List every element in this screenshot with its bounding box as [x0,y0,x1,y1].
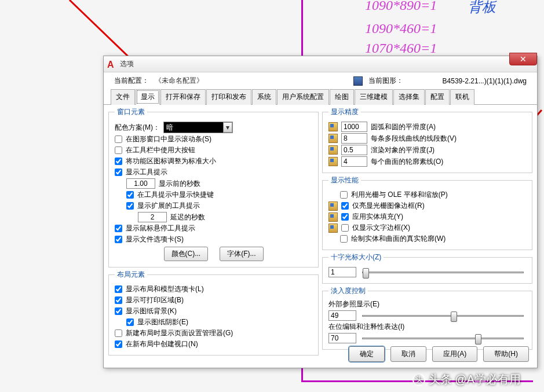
display-resolution-legend: 显示精度 [328,107,361,117]
display-resolution-group: 显示精度 圆弧和圆的平滑度(A) 每条多段线曲线的线段数(V) 渲染对象的平滑度… [322,107,532,173]
highlight-frame-check[interactable] [341,202,349,210]
chevron-down-icon: ▾ [223,122,232,133]
color-scheme-combo[interactable]: 暗 ▾ [163,122,233,133]
ext-tooltip-delay-input[interactable] [138,212,167,222]
inplace-fade-label: 在位编辑和注释性表达(I) [328,322,526,332]
window-elements-group: 窗口元素 配色方案(M)： 暗 ▾ 在图形窗口中显示滚动条(S) 在工具栏中使用… [108,107,319,268]
scrollbars-label: 在图形窗口中显示滚动条(S) [126,134,211,144]
tab-profiles[interactable]: 配置 [425,89,450,105]
profile-infobar: 当前配置： 《未命名配置》 当前图形： B4539-2.21...)(1)(1)… [104,72,537,89]
silhouettes-label: 绘制实体和曲面的真实轮廓(W) [351,234,446,244]
tab-file[interactable]: 文件 [111,89,135,105]
fonts-button[interactable]: 字体(F)... [220,247,263,261]
ext-tooltip-delay-label: 延迟的秒数 [170,213,205,222]
tab-selection[interactable]: 选择集 [393,89,425,105]
tooltip-delay-input[interactable] [126,178,155,189]
current-drawing-label: 当前图形： [368,76,403,86]
resize-ribbon-check[interactable] [115,157,122,165]
render-smoothness-label: 渲染对象的平滑度(J) [371,145,435,155]
hover-tooltips-check[interactable] [115,225,122,232]
tooltip-shortcuts-check[interactable] [126,191,134,199]
tab-user-prefs[interactable]: 用户系统配置 [277,89,329,105]
tab-strip: 文件 显示 打开和保存 打印和发布 系统 用户系统配置 绘图 三维建模 选择集 … [104,89,537,105]
titlebar[interactable]: A 选项 ✕ [104,56,537,72]
tab-open-save[interactable]: 打开和保存 [160,89,206,105]
apply-button[interactable]: 应用(A) [432,346,477,362]
paper-shadow-check[interactable] [126,318,134,326]
dwg-item-icon [328,224,338,233]
tab-online[interactable]: 联机 [450,89,474,105]
color-scheme-label: 配色方案(M)： [115,123,160,133]
layout-tabs-label: 显示布局和模型选项卡(L) [126,284,204,294]
paper-bg-label: 显示图纸背景(K) [126,306,177,316]
arc-smoothness-input[interactable] [341,122,367,132]
slider-thumb[interactable] [475,334,481,345]
dwg-item-icon [328,145,338,155]
tab-system[interactable]: 系统 [252,89,276,105]
large-buttons-check[interactable] [115,146,122,154]
tooltip-shortcuts-label: 在工具提示中显示快捷键 [137,190,214,200]
render-smoothness-input[interactable] [341,145,367,155]
text-frame-check[interactable] [341,224,349,232]
colors-button[interactable]: 颜色(C)... [164,247,209,261]
ok-button[interactable]: 确定 [349,346,385,362]
create-viewport-check[interactable] [115,340,122,348]
display-performance-legend: 显示性能 [328,175,361,185]
xref-fade-slider[interactable] [362,315,524,317]
tab-3d[interactable]: 三维建模 [355,89,393,105]
pan-zoom-check[interactable] [340,191,348,199]
silhouettes-check[interactable] [340,235,348,243]
crosshair-size-input[interactable] [328,267,356,277]
display-performance-group: 显示性能 利用光栅与 OLE 平移和缩放(P) 仅亮显光栅图像边框(R) 应用实… [322,175,532,250]
tooltips-check[interactable] [115,168,122,176]
tooltips-label: 显示工具提示 [126,167,167,177]
create-viewport-label: 在新布局中创建视口(N) [126,339,198,349]
dwg-item-icon [328,157,338,166]
file-tabs-label: 显示文件选项卡(S) [126,235,184,244]
dwg-item-icon [328,122,338,131]
inplace-fade-slider[interactable] [362,338,524,339]
xref-fade-input[interactable] [328,310,356,321]
dialog-footer: 确定 取消 应用(A) 帮助(H) [349,346,529,362]
polyline-segs-input[interactable] [341,133,367,144]
page-setup-label: 新建布局时显示页面设置管理器(G) [126,328,233,338]
text-frame-label: 仅显示文字边框(X) [352,223,410,233]
slider-thumb[interactable] [451,312,457,322]
page-setup-check[interactable] [115,329,122,337]
xref-fade-label: 外部参照显示(E) [328,299,526,309]
ext-tooltips-check[interactable] [126,202,134,210]
layout-elements-legend: 布局元素 [115,270,147,280]
file-tabs-check[interactable] [115,236,122,243]
resize-ribbon-label: 将功能区图标调整为标准大小 [126,156,216,166]
headline-icon: 头 [412,373,425,386]
scrollbars-check[interactable] [115,135,122,143]
highlight-frame-label: 仅亮显光栅图像边框(R) [352,201,425,211]
layout-tabs-check[interactable] [115,285,122,293]
tooltip-delay-label: 显示前的秒数 [159,179,200,189]
crosshair-slider[interactable] [362,272,524,273]
current-profile-label: 当前配置： [114,76,149,86]
paper-bg-check[interactable] [115,307,122,315]
solid-fill-check[interactable] [341,213,349,221]
contour-lines-input[interactable] [341,156,367,167]
tab-display[interactable]: 显示 [136,89,160,105]
fade-control-group: 淡入度控制 外部参照显示(E) 在位编辑和注释性表达(I) [322,286,532,350]
layout-elements-group: 布局元素 显示布局和模型选项卡(L) 显示可打印区域(B) 显示图纸背景(K) … [108,270,319,356]
window-elements-legend: 窗口元素 [115,107,147,117]
polyline-segs-label: 每条多段线曲线的线段数(V) [371,134,457,144]
printable-area-check[interactable] [115,296,122,304]
close-button[interactable]: ✕ [509,53,537,65]
tab-plot[interactable]: 打印和发布 [206,89,251,105]
help-button[interactable]: 帮助(H) [483,346,529,362]
tab-drafting[interactable]: 绘图 [330,89,354,105]
inplace-fade-input[interactable] [328,333,356,343]
dwg-item-icon [328,213,338,222]
slider-thumb[interactable] [363,268,369,279]
dwg-icon [353,76,363,86]
drawing-name: B4539-2.21...)(1)(1)(1).dwg [443,77,527,85]
solid-fill-label: 应用实体填充(Y) [352,212,403,222]
cancel-button[interactable]: 取消 [390,346,426,362]
pan-zoom-label: 利用光栅与 OLE 平移和缩放(P) [351,190,448,200]
dialog-title: 选项 [120,59,134,69]
options-dialog: A 选项 ✕ 当前配置： 《未命名配置》 当前图形： B4539-2.21...… [103,56,538,368]
